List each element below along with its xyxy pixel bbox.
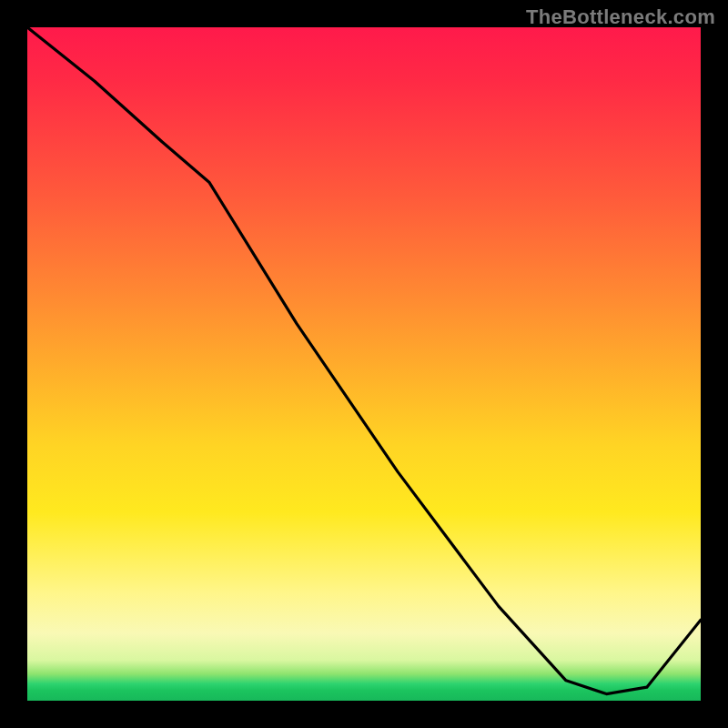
chart-line-path: [27, 27, 701, 694]
line-chart: [27, 27, 701, 701]
watermark-text: TheBottleneck.com: [526, 5, 715, 29]
chart-root: TheBottleneck.com: [0, 0, 728, 728]
